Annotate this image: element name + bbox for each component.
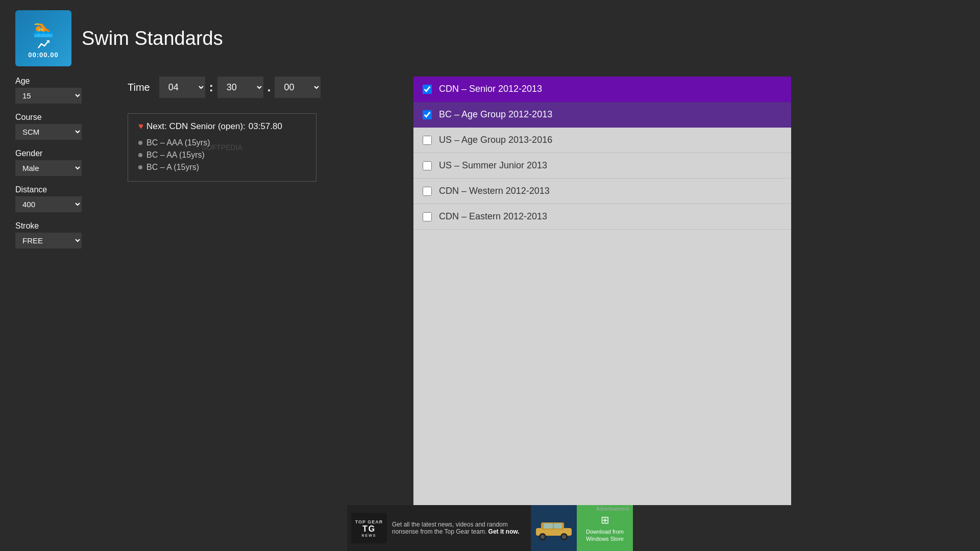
result-item-2: BC – AA (15yrs) [138,149,306,161]
ad-cta: Get it now. [488,528,520,535]
distance-select[interactable]: 50 100 200 400 800 1500 [15,196,82,212]
bullet-3 [138,165,142,169]
svg-rect-8 [554,523,562,529]
distance-group: Distance 50 100 200 400 800 1500 [15,185,107,212]
result-item-label-2: BC – AA (15yrs) [146,151,205,160]
result-item-label-3: BC – A (15yrs) [146,163,199,172]
standard-label-cdn-senior: CDN – Senior 2012-2013 [439,84,542,94]
car-image [533,515,574,541]
age-select[interactable]: 13 14 15 16 17 18 [15,88,82,104]
standard-label-us-age-group: US – Age Group 2013-2016 [439,135,552,145]
standard-item-cdn-senior[interactable]: CDN – Senior 2012-2013 [413,77,791,102]
standard-label-bc-age-group: BC – Age Group 2012-2013 [439,109,552,120]
gender-label: Gender [15,149,107,158]
standard-item-cdn-eastern[interactable]: CDN – Eastern 2012-2013 [413,204,791,230]
topgear-main-text: TG [362,524,376,534]
standard-label-cdn-eastern: CDN – Eastern 2012-2013 [439,211,547,222]
bullet-2 [138,153,142,157]
time-separator-2: . [267,80,271,94]
topgear-title-text: Top Gear [355,519,383,524]
ad-left: Top Gear TG NEWS Get all the latest news… [347,505,531,551]
standard-label-cdn-western: CDN – Western 2012-2013 [439,186,550,196]
app-icon: 🏊 00:00.00 [15,10,71,66]
time-separator-1: : [209,80,213,94]
stroke-group: Stroke FREE BACK BREAST FLY IM [15,221,107,248]
standard-item-bc-age-group[interactable]: BC – Age Group 2012-2013 [413,102,791,128]
result-next: ♥ Next: CDN Senior (open): 03:57.80 [138,121,306,132]
ad-banner: Advertisement Top Gear TG NEWS Get all t… [347,505,633,551]
left-panel: Age 13 14 15 16 17 18 Course SCM LCM SCY… [15,77,107,505]
middle-panel: Time 00010203 040506 : 00051015 202530 3… [128,77,393,505]
svg-rect-7 [544,523,553,529]
standard-label-us-summer-junior: US – Summer Junior 2013 [439,160,547,171]
main-content: Age 13 14 15 16 17 18 Course SCM LCM SCY… [0,77,980,505]
ad-label: Advertisement [596,506,629,512]
course-group: Course SCM LCM SCY [15,113,107,140]
svg-point-4 [541,535,545,539]
store-text: Download fromWindows Store [586,528,624,543]
result-item-3: BC – A (15yrs) [138,161,306,173]
header: 🏊 00:00.00 Swim Standards [0,0,980,77]
gender-select[interactable]: Male Female [15,160,82,176]
stroke-label: Stroke [15,221,107,231]
result-item-label-1: BC – AAA (15yrs) [146,138,210,147]
arrow-icon [37,40,50,49]
standard-checkbox-us-summer-junior[interactable] [423,161,432,170]
age-group: Age 13 14 15 16 17 18 [15,77,107,104]
gender-group: Gender Male Female [15,149,107,176]
app-timer: 00:00.00 [28,51,58,59]
app-title: Swim Standards [82,28,223,49]
time-label: Time [128,82,150,93]
heart-icon: ♥ [138,121,143,132]
standard-item-us-age-group[interactable]: US – Age Group 2013-2016 [413,128,791,153]
ad-image [531,505,577,551]
time-seconds-select[interactable]: 001020 304050 [275,77,321,98]
result-next-time: 03:57.80 [249,121,282,132]
distance-label: Distance [15,185,107,194]
standards-panel: CDN – Senior 2012-2013 BC – Age Group 20… [413,77,791,505]
stroke-select[interactable]: FREE BACK BREAST FLY IM [15,233,82,248]
age-label: Age [15,77,107,86]
svg-point-6 [562,535,566,539]
windows-store-icon: ⊞ [601,514,609,526]
bullet-1 [138,141,142,145]
time-row: Time 00010203 040506 : 00051015 202530 3… [128,77,393,98]
time-hours-select[interactable]: 00010203 040506 [159,77,205,98]
course-label: Course [15,113,107,122]
standard-checkbox-us-age-group[interactable] [423,136,432,145]
topgear-sub-text: NEWS [362,534,377,537]
results-panel[interactable]: SOFTPEDIA ♥ Next: CDN Senior (open): 03:… [128,113,316,182]
result-next-label: Next: CDN Senior (open): [146,121,246,132]
topgear-logo: Top Gear TG NEWS [351,513,387,543]
swimmer-icon: 🏊 [33,18,54,38]
ad-text-block: Get all the latest news, videos and rand… [392,521,527,535]
course-select[interactable]: SCM LCM SCY [15,124,82,140]
standard-checkbox-cdn-eastern[interactable] [423,212,432,221]
result-item-1: BC – AAA (15yrs) [138,137,306,149]
ad-store[interactable]: ⊞ Download fromWindows Store [577,505,633,551]
standard-checkbox-cdn-western[interactable] [423,187,432,196]
time-minutes-select[interactable]: 00051015 202530 3540455055 [217,77,263,98]
standard-checkbox-cdn-senior[interactable] [423,85,432,94]
standard-checkbox-bc-age-group[interactable] [423,110,432,119]
standard-item-cdn-western[interactable]: CDN – Western 2012-2013 [413,179,791,204]
standard-item-us-summer-junior[interactable]: US – Summer Junior 2013 [413,153,791,179]
